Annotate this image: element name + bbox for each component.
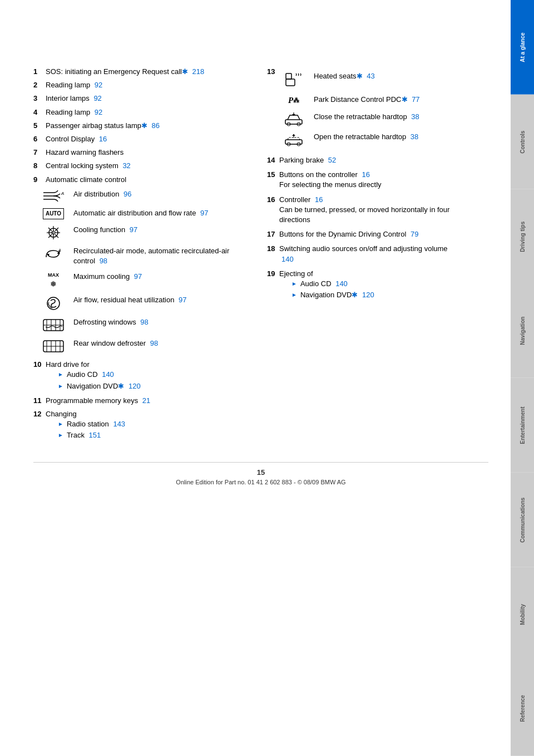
svg-line-11: [55, 228, 58, 231]
bullet-item: ► Audio CD 140: [291, 279, 374, 289]
list-item: P ⁂ Park Distance Control PDC✱ 77: [279, 95, 456, 106]
page-number: 15: [33, 468, 488, 477]
list-item: 10 Hard drive for ► Audio CD 140 ►: [33, 360, 245, 392]
list-item: AUTO Automatic air distribution and flow…: [39, 208, 245, 219]
max-cooling-icon: MAX ❅: [39, 272, 68, 289]
list-item: 14 Parking brake 52: [267, 155, 456, 165]
list-item: Close the retractable hardtop 38: [279, 112, 456, 126]
list-item: 5 Passenger airbag status lamp✱ 86: [33, 121, 245, 131]
cooling-icon: ❄: [39, 225, 68, 240]
list-item: 19 Ejecting of ► Audio CD 140 ► Nav: [267, 269, 456, 302]
list-item: Defrosting windows 98: [39, 317, 245, 333]
auto-icon: AUTO: [39, 208, 68, 219]
sidebar-tab-driving-tips[interactable]: Driving tips: [511, 189, 534, 284]
right-sidebar: At a glance Controls Driving tips Naviga…: [511, 0, 534, 756]
bullet-item: ► Navigation DVD✱ 120: [291, 290, 374, 300]
airflow-residual-icon: [39, 295, 68, 312]
list-item: ❄ Cooling function 97: [39, 225, 245, 240]
bullet-item: ► Navigation DVD✱ 120: [58, 381, 141, 391]
list-item: 3 Interior lamps 92: [33, 94, 245, 104]
list-item: A Recirculated-air mode, automatic recir…: [39, 246, 245, 266]
sidebar-tab-navigation[interactable]: Navigation: [511, 283, 534, 378]
sidebar-tab-reference[interactable]: Reference: [511, 661, 534, 756]
list-item: 12 Changing ► Radio station 143 ► T: [33, 409, 245, 442]
sidebar-tab-at-a-glance[interactable]: At a glance: [511, 0, 534, 95]
rear-defroster-icon: [39, 338, 68, 354]
main-list-left-2: 10 Hard drive for ► Audio CD 140 ►: [33, 360, 245, 441]
list-item: 9 Automatic climate control: [33, 175, 245, 185]
list-item: Air flow, residual heat utilization 97: [39, 295, 245, 312]
list-item: 18 Switching audio sources on/off and ad…: [267, 244, 456, 264]
recirculated-air-icon: A: [39, 246, 68, 262]
svg-text:A: A: [61, 191, 64, 196]
sidebar-tab-mobility[interactable]: Mobility: [511, 567, 534, 662]
pdc-icon: P ⁂: [279, 95, 308, 106]
list-item: Open the retractable hardtop 38: [279, 132, 456, 146]
list-item: 4 Reading lamp 92: [33, 107, 245, 117]
list-item: 15 Buttons on the controller 16 For sele…: [267, 170, 456, 190]
heated-seats-icon: [279, 71, 308, 89]
sidebar-tab-entertainment[interactable]: Entertainment: [511, 378, 534, 473]
content-area: 1 SOS: initiating an Emergency Request c…: [0, 0, 511, 756]
left-column: 1 SOS: initiating an Emergency Request c…: [33, 67, 245, 445]
svg-rect-29: [286, 79, 295, 86]
list-item: 8 Central locking system 32: [33, 161, 245, 171]
list-item: Heated seats✱ 43: [279, 71, 456, 89]
list-item: 17 Buttons for the Dynamic Driving Contr…: [267, 229, 456, 239]
svg-text:❄: ❄: [51, 231, 55, 235]
bullet-item: ► Radio station 143: [58, 419, 125, 429]
svg-rect-35: [285, 140, 302, 144]
open-hardtop-icon: [279, 132, 308, 146]
svg-line-10: [55, 234, 58, 238]
main-list-right: 13: [267, 67, 456, 301]
bullet-item: ► Track 151: [58, 430, 125, 440]
sidebar-tab-controls[interactable]: Controls: [511, 95, 534, 189]
list-item: 11 Programmable memory keys 21: [33, 396, 245, 406]
svg-rect-31: [285, 120, 302, 124]
defrost-windows-icon: [39, 317, 68, 333]
list-item: 2 Reading lamp 92: [33, 80, 245, 90]
page-footer: 15 Online Edition for Part no. 01 41 2 6…: [33, 462, 488, 485]
list-item: 6 Control Display 16: [33, 134, 245, 144]
list-item: 16 Controller 16 Can be turned, pressed,…: [267, 195, 456, 225]
main-list-left: 1 SOS: initiating an Emergency Request c…: [33, 67, 245, 185]
air-distribution-icon: A: [39, 189, 68, 203]
svg-text:A: A: [58, 248, 61, 252]
list-item: A Air distribution 96: [39, 189, 245, 203]
footer-text: Online Edition for Part no. 01 41 2 602 …: [33, 479, 488, 485]
bullet-item: ► Audio CD 140: [58, 370, 141, 380]
list-item: Rear window defroster 98: [39, 338, 245, 354]
list-item: 13: [267, 67, 456, 152]
sidebar-tab-communications[interactable]: Communications: [511, 473, 534, 567]
climate-icon-list: A Air distribution 96 AUTO Automatic air…: [39, 189, 245, 355]
right-column: 13: [267, 67, 456, 445]
list-item: 7 Hazard warning flashers: [33, 148, 245, 158]
close-hardtop-icon: [279, 112, 308, 126]
svg-rect-30: [286, 73, 291, 79]
list-item: MAX ❅ Maximum cooling 97: [39, 272, 245, 289]
list-item: 1 SOS: initiating an Emergency Request c…: [33, 67, 245, 77]
item-13-icons: Heated seats✱ 43 P ⁂ Park Distance Contr…: [279, 71, 456, 146]
